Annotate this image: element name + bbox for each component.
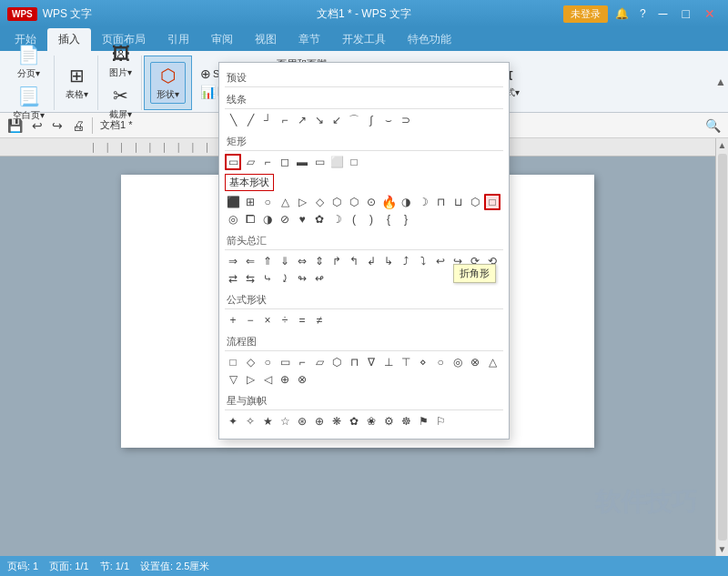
shape-flow21[interactable]: ⊗ <box>294 371 310 388</box>
shape-rect3[interactable]: ⌐ <box>259 154 276 170</box>
shape-flow12[interactable]: ⋄ <box>415 354 431 370</box>
maximize-button[interactable]: □ <box>677 5 695 23</box>
print-button[interactable]: 🖨 <box>68 116 88 135</box>
shape-flow5[interactable]: ⌐ <box>294 354 310 370</box>
shape-formula6[interactable]: ≠ <box>311 312 328 328</box>
shape-star7[interactable]: ❋ <box>329 413 345 429</box>
shape-basic20[interactable]: ♥ <box>294 211 310 227</box>
shape-basic16[interactable]: ◎ <box>225 211 241 227</box>
shape-basic11[interactable]: ◑ <box>398 194 414 210</box>
shape-flow20[interactable]: ⊕ <box>277 371 293 388</box>
tab-section[interactable]: 章节 <box>288 28 331 51</box>
shape-arrow2[interactable]: ⇐ <box>242 253 258 269</box>
shape-line3[interactable]: ┘ <box>259 112 276 128</box>
redo-button[interactable]: ↪ <box>48 116 66 135</box>
shape-formula3[interactable]: × <box>259 312 276 328</box>
shape-arrow20[interactable]: ⤸ <box>277 270 293 287</box>
shape-basic8[interactable]: ⬡ <box>346 194 362 210</box>
shape-star11[interactable]: ☸ <box>398 413 414 429</box>
blank-page-button[interactable]: 📃 空白页▾ <box>9 84 48 124</box>
shape-basic25[interactable]: { <box>380 211 397 227</box>
shape-basic3[interactable]: ○ <box>259 194 276 210</box>
shape-line5[interactable]: ↗ <box>294 112 310 128</box>
page-break-button[interactable]: 📄 分页▾ <box>14 42 44 82</box>
shape-basic4[interactable]: △ <box>277 194 293 210</box>
shape-basic6[interactable]: ◇ <box>311 194 328 210</box>
minimize-button[interactable]: ─ <box>653 5 673 23</box>
screenshot-button[interactable]: ✂ 截屏▾ <box>106 83 136 123</box>
shape-line1[interactable]: ╲ <box>225 112 241 128</box>
shape-flow3[interactable]: ○ <box>259 354 276 370</box>
shape-formula4[interactable]: ÷ <box>277 312 293 328</box>
shape-rect6[interactable]: ▭ <box>311 154 328 170</box>
shape-basic1[interactable]: ⬛ <box>225 194 241 210</box>
shape-star13[interactable]: ⚐ <box>432 413 449 429</box>
shape-arrow21[interactable]: ↬ <box>294 270 310 287</box>
shape-line6[interactable]: ↘ <box>311 112 328 128</box>
shape-star1[interactable]: ✦ <box>225 413 241 429</box>
shape-arrow18[interactable]: ⇆ <box>242 270 258 287</box>
shape-flow19[interactable]: ◁ <box>259 371 276 388</box>
shape-flow10[interactable]: ⊥ <box>380 354 397 370</box>
image-button[interactable]: 🖼 图片▾ <box>106 42 136 81</box>
shape-flow11[interactable]: ⊤ <box>398 354 414 370</box>
shape-flow15[interactable]: ⊗ <box>467 354 483 370</box>
tab-review[interactable]: 审阅 <box>200 28 244 51</box>
shape-line7[interactable]: ↙ <box>329 112 345 128</box>
close-button[interactable]: ✕ <box>699 5 721 23</box>
shape-arrow13[interactable]: ↩ <box>432 253 449 269</box>
shape-formula1[interactable]: + <box>225 312 241 328</box>
shape-basic5[interactable]: ▷ <box>294 194 310 210</box>
shape-rect8[interactable]: □ <box>346 154 362 170</box>
scroll-up-button[interactable]: ▲ <box>716 138 728 152</box>
shape-star9[interactable]: ❀ <box>363 413 379 429</box>
shape-star10[interactable]: ⚙ <box>380 413 397 429</box>
shape-line11[interactable]: ⊃ <box>398 112 414 128</box>
tab-insert[interactable]: 插入 <box>47 28 91 51</box>
shape-basic7[interactable]: ⬡ <box>329 194 345 210</box>
shape-flow2[interactable]: ◇ <box>242 354 258 370</box>
zoom-button[interactable]: 🔍 <box>702 116 724 135</box>
tab-features[interactable]: 特色功能 <box>397 28 462 51</box>
table-button[interactable]: ⊞ 表格▾ <box>62 63 92 103</box>
shape-basic14[interactable]: ⊔ <box>450 194 466 210</box>
shape-arrow11[interactable]: ⤴ <box>398 253 414 269</box>
shape-arrow10[interactable]: ↳ <box>380 253 397 269</box>
shape-arrow19[interactable]: ⤷ <box>259 270 276 287</box>
shape-arrow3[interactable]: ⇑ <box>259 253 276 269</box>
shape-flow4[interactable]: ▭ <box>277 354 293 370</box>
shape-rect2[interactable]: ▱ <box>242 154 258 170</box>
shape-basic15[interactable]: ⬡ <box>467 194 483 210</box>
shape-star4[interactable]: ☆ <box>277 413 293 429</box>
shape-line2[interactable]: ╱ <box>242 112 258 128</box>
shape-flow14[interactable]: ◎ <box>450 354 466 370</box>
shape-basic12[interactable]: ☽ <box>415 194 431 210</box>
tab-view[interactable]: 视图 <box>244 28 288 51</box>
shape-basic10[interactable]: 🔥 <box>380 194 397 210</box>
shape-basic2[interactable]: ⊞ <box>242 194 258 210</box>
shape-flow8[interactable]: ⊓ <box>346 354 362 370</box>
tab-reference[interactable]: 引用 <box>157 28 200 51</box>
scroll-down-button[interactable]: ▼ <box>716 542 728 556</box>
shape-star6[interactable]: ⊕ <box>311 413 328 429</box>
shape-arrow9[interactable]: ↲ <box>363 253 379 269</box>
shape-basic26[interactable]: } <box>398 211 414 227</box>
shape-arrow4[interactable]: ⇓ <box>277 253 293 269</box>
shape-star2[interactable]: ✧ <box>242 413 258 429</box>
shape-flow17[interactable]: ▽ <box>225 371 241 388</box>
shape-star3[interactable]: ★ <box>259 413 276 429</box>
shape-basic21[interactable]: ✿ <box>311 211 328 227</box>
shape-basic22[interactable]: ☽ <box>329 211 345 227</box>
ribbon-expand-button[interactable]: ▲ <box>715 76 726 88</box>
shape-formula5[interactable]: = <box>294 312 310 328</box>
shape-flow7[interactable]: ⬡ <box>329 354 345 370</box>
shape-basic23[interactable]: ( <box>346 211 362 227</box>
shape-line8[interactable]: ⌒ <box>346 112 362 128</box>
login-button[interactable]: 未登录 <box>563 5 608 23</box>
scrollbar-vertical[interactable]: ▲ ▼ <box>715 138 728 556</box>
shape-arrow6[interactable]: ⇕ <box>311 253 328 269</box>
shape-arrow8[interactable]: ↰ <box>346 253 362 269</box>
shape-basic24[interactable]: ) <box>363 211 379 227</box>
shape-line9[interactable]: ∫ <box>363 112 379 128</box>
shape-basic17[interactable]: ⧠ <box>242 211 258 227</box>
